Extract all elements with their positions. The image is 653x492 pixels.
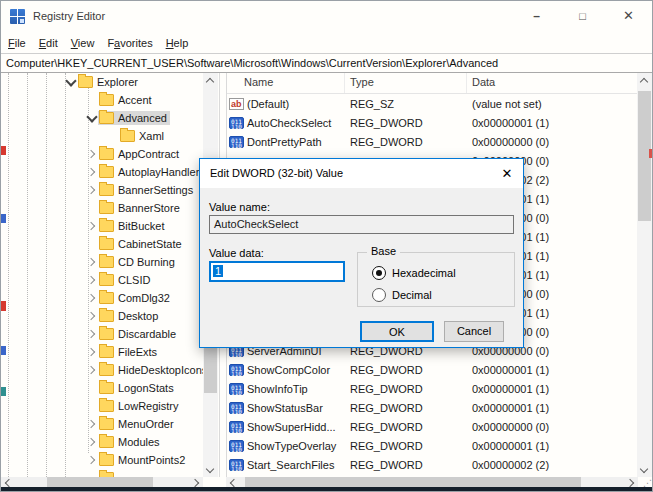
value-name-cell[interactable]: DontPrettyPath	[227, 136, 345, 148]
value-name-cell[interactable]: ShowSuperHidd...	[227, 421, 345, 433]
tree-item[interactable]: Accent	[1, 91, 203, 109]
table-row[interactable]: ShowStatusBar REG_DWORD 0x00000001 (1)	[227, 398, 652, 417]
value-name-cell[interactable]: ShowCompColor	[227, 364, 345, 376]
tree-expand-icon[interactable]	[86, 400, 98, 412]
tree-item[interactable]: CLSID	[1, 271, 203, 289]
tree-item[interactable]: Advanced	[1, 109, 203, 127]
table-row[interactable]: ShowCompColor REG_DWORD 0x00000001 (1)	[227, 360, 652, 379]
menu-item[interactable]: View	[71, 37, 95, 49]
tree-node[interactable]: Modules	[98, 435, 163, 449]
column-header-data[interactable]: Data	[467, 73, 652, 93]
tree-item[interactable]: Discardable	[1, 325, 203, 343]
tree-expand-icon[interactable]	[86, 328, 98, 340]
tree-item[interactable]: Xaml	[1, 127, 203, 145]
tree-node[interactable]: LowRegistry	[98, 399, 182, 413]
tree-expand-icon[interactable]	[86, 292, 98, 304]
tree-expand-icon[interactable]	[107, 130, 119, 142]
menu-item[interactable]: File	[8, 37, 26, 49]
tree-expand-icon[interactable]	[86, 310, 98, 322]
tree-expand-icon[interactable]	[86, 454, 98, 466]
tree-node[interactable]: MenuOrder	[98, 417, 177, 431]
tree-node[interactable]: LogonStats	[98, 381, 177, 395]
tree-expand-icon[interactable]	[86, 202, 98, 214]
value-name-cell[interactable]: Start_SearchFiles	[227, 459, 345, 471]
tree-item[interactable]: AutoplayHandlers	[1, 163, 203, 181]
radio-icon[interactable]	[372, 266, 386, 280]
tree-item[interactable]: Desktop	[1, 307, 203, 325]
radio-icon[interactable]	[372, 288, 386, 302]
tree-expand-icon[interactable]	[86, 238, 98, 250]
tree-expand-icon[interactable]	[86, 256, 98, 268]
tree-item[interactable]	[1, 469, 203, 477]
title-bar[interactable]: Registry Editor – □ ✕	[1, 1, 652, 32]
tree-node[interactable]: CLSID	[98, 273, 153, 287]
tree-node[interactable]: BitBucket	[98, 219, 167, 233]
table-row[interactable]: ShowInfoTip REG_DWORD 0x00000001 (1)	[227, 379, 652, 398]
tree-item[interactable]: BannerStore	[1, 199, 203, 217]
cancel-button[interactable]: Cancel	[444, 321, 504, 342]
menu-item[interactable]: Help	[166, 37, 189, 49]
tree-node[interactable]: BannerStore	[98, 201, 183, 215]
tree-item[interactable]: MountPoints2	[1, 451, 203, 469]
scroll-up-icon[interactable]	[637, 73, 652, 88]
tree-node[interactable]: Desktop	[98, 309, 161, 323]
tree-expand-icon[interactable]	[86, 166, 98, 178]
menu-item[interactable]: Edit	[39, 37, 58, 49]
tree-item[interactable]: CabinetState	[1, 235, 203, 253]
tree-item[interactable]: HideDesktopIcons	[1, 361, 203, 379]
scroll-down-icon[interactable]	[637, 462, 652, 477]
menu-item[interactable]: Favorites	[107, 37, 152, 49]
tree-item[interactable]: BannerSettings	[1, 181, 203, 199]
table-row[interactable]: Start_SearchFiles REG_DWORD 0x00000002 (…	[227, 455, 652, 474]
dialog-close-button[interactable]: ✕	[491, 159, 523, 188]
tree-item[interactable]: BitBucket	[1, 217, 203, 235]
maximize-button[interactable]: □	[560, 1, 605, 31]
value-name-cell[interactable]: ShowInfoTip	[227, 383, 345, 395]
tree-expand-icon[interactable]	[86, 382, 98, 394]
value-name-cell[interactable]: ShowStatusBar	[227, 402, 345, 414]
tree-expand-icon[interactable]	[86, 112, 98, 124]
value-name-cell[interactable]: (Default)	[227, 98, 345, 110]
tree-node[interactable]: MountPoints2	[98, 453, 188, 467]
tree-expand-icon[interactable]	[86, 418, 98, 430]
close-button[interactable]: ✕	[606, 1, 651, 31]
list-vertical-scrollbar[interactable]	[637, 73, 652, 477]
base-radio[interactable]: Decimal	[372, 288, 432, 302]
ok-button[interactable]: OK	[360, 321, 434, 342]
tree-node[interactable]: AppContract	[98, 147, 182, 161]
tree-node[interactable]: CD Burning	[98, 255, 178, 269]
address-bar[interactable]: Computer\HKEY_CURRENT_USER\Software\Micr…	[1, 53, 652, 73]
tree-node[interactable]: CabinetState	[98, 237, 185, 251]
table-row[interactable]: DontPrettyPath REG_DWORD 0x00000000 (0)	[227, 132, 652, 151]
tree-item[interactable]: AppContract	[1, 145, 203, 163]
tree-node[interactable]: ComDlg32	[98, 291, 173, 305]
tree-expand-icon[interactable]	[86, 148, 98, 160]
tree-node[interactable]: Discardable	[98, 327, 179, 341]
table-row[interactable]: AutoCheckSelect REG_DWORD 0x00000001 (1)	[227, 113, 652, 132]
scroll-down-icon[interactable]	[203, 462, 218, 477]
tree-item[interactable]: LowRegistry	[1, 397, 203, 415]
base-radio[interactable]: Hexadecimal	[372, 266, 456, 280]
scroll-up-icon[interactable]	[203, 73, 218, 88]
minimize-button[interactable]: –	[514, 1, 559, 31]
tree-node[interactable]: AutoplayHandlers	[98, 165, 203, 179]
tree-expand-icon[interactable]	[65, 76, 77, 88]
tree-expand-icon[interactable]	[86, 220, 98, 232]
column-header-type[interactable]: Type	[345, 73, 467, 93]
tree-expand-icon[interactable]	[86, 346, 98, 358]
value-name-cell[interactable]: AutoCheckSelect	[227, 117, 345, 129]
value-data-input[interactable]: 1	[209, 261, 345, 282]
tree-node[interactable]: Advanced	[98, 111, 170, 125]
tree-item[interactable]: CD Burning	[1, 253, 203, 271]
value-name-cell[interactable]: ShowTypeOverlay	[227, 440, 345, 452]
tree-node[interactable]: HideDesktopIcons	[98, 363, 203, 377]
tree-expand-icon[interactable]	[86, 184, 98, 196]
tree-node[interactable]: BannerSettings	[98, 183, 196, 197]
tree-expand-icon[interactable]	[86, 274, 98, 286]
value-name-field[interactable]: AutoCheckSelect	[209, 215, 514, 234]
tree-item[interactable]: ComDlg32	[1, 289, 203, 307]
tree-node[interactable]: Xaml	[119, 129, 167, 143]
table-row[interactable]: (Default) REG_SZ (value not set)	[227, 94, 652, 113]
tree-item[interactable]: FileExts	[1, 343, 203, 361]
tree-item[interactable]: Explorer	[1, 73, 203, 91]
